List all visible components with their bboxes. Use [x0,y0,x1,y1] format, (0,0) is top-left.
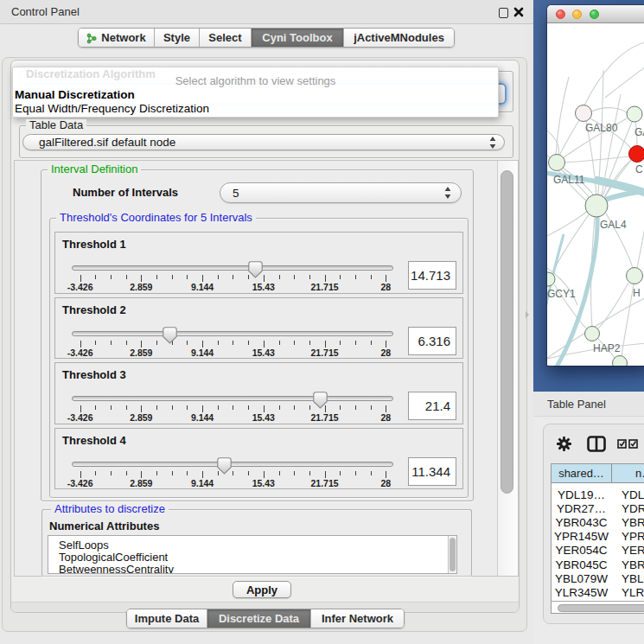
slider-minor-tick [309,405,310,410]
slider-minor-tick [95,471,96,475]
table-hscrollbar-thumb[interactable] [558,604,644,612]
threshold-value-field[interactable]: 6.316 [408,327,456,355]
table-row[interactable]: YDR27…YDR2 [552,502,611,515]
threshold-slider-track[interactable] [72,331,393,336]
threshold-slider-thumb[interactable] [248,261,263,278]
slider-minor-tick [126,405,127,410]
tab-infer-network[interactable]: Infer Network [311,609,404,628]
slider-major-tick [141,405,142,412]
attributes-list-scrollbar[interactable] [448,536,456,573]
slider-minor-tick [294,471,295,475]
attribute-list-item[interactable]: SelfLoops [59,539,456,552]
apply-button[interactable]: Apply [233,581,291,598]
interval-definition-group-title: Interval Definition [48,163,141,175]
table-row[interactable]: YER054CYER0 [552,544,611,557]
minimize-window-icon[interactable] [572,10,582,19]
network-edge [559,120,579,156]
checkbox-icon[interactable] [628,439,638,449]
threshold-slider-track[interactable] [72,462,393,467]
slider-major-tick [325,275,326,282]
slider-minor-tick [156,405,157,410]
column-header-shared-name[interactable]: shared… [552,464,612,483]
zoom-window-icon[interactable] [590,10,599,19]
slider-minor-tick [95,405,96,410]
float-window-icon[interactable] [499,8,508,18]
slider-minor-tick [95,275,96,279]
tab-network[interactable]: Network [79,29,155,47]
slider-minor-tick [187,275,188,279]
network-node-c[interactable] [629,146,644,163]
threshold-slider-thumb[interactable] [163,327,177,344]
network-node-gal11[interactable] [549,155,565,171]
slider-tick-label: 28 [380,478,391,488]
network-node-gal4[interactable] [585,194,608,217]
cell-shared-name: YER054C [552,544,611,557]
threshold-slider-thumb[interactable] [217,457,232,475]
slider-tick-label: 15.43 [252,412,275,423]
attributes-scrollbar-thumb[interactable] [450,538,456,571]
slider-minor-tick [172,405,173,410]
table-data-combobox[interactable]: galFiltered.sif default node [22,134,505,150]
combo-stepper-icon [444,187,451,199]
table-horizontal-scrollbar[interactable] [552,601,644,613]
threshold-value-field[interactable]: 14.713 [408,261,456,290]
slider-minor-tick [111,405,112,410]
network-edge [556,77,569,155]
slider-major-tick [386,405,386,412]
network-node-hap2[interactable] [585,327,600,341]
split-view-icon[interactable] [587,436,606,452]
table-row[interactable]: YPR145WYPR1 [552,530,611,543]
threshold-label: Threshold 4 [62,434,126,447]
tab-select[interactable]: Select [200,29,252,47]
slider-minor-tick [233,275,233,279]
settings-scrollbar-thumb[interactable] [501,170,513,494]
slider-major-tick [264,275,265,282]
attribute-list-item[interactable]: BetweennessCentrality [59,564,456,574]
table-row[interactable]: YDL19…YDL1 [552,488,611,501]
slider-major-tick [202,405,203,412]
table-row[interactable]: YBR043CYBR0 [552,516,611,529]
number-of-intervals-combobox[interactable]: 5 [220,182,462,203]
threshold-slider-track[interactable] [72,396,393,401]
network-window-titlebar[interactable] [547,5,644,23]
threshold-value-field[interactable]: 11.344 [408,457,456,486]
attribute-list-item[interactable]: TopologicalCoefficient [59,552,456,564]
slider-tick-label: 15.43 [252,282,275,292]
network-node-ga[interactable] [627,106,642,122]
tab-style[interactable]: Style [155,29,200,47]
tab-impute-data[interactable]: Impute Data [127,609,207,628]
network-canvas[interactable]: GAL80GACGAL11GAL4GCY1HHAP2 [547,24,644,366]
cell-name: YBR0 [622,516,644,529]
table-row[interactable]: YBR045CYBR0 [552,558,611,571]
network-edge-thick [605,191,644,200]
tab-jactivemnodules[interactable]: jActiveMNodules [344,29,454,47]
dropdown-item-equal-width[interactable]: Equal Width/Frequency Discretization [15,102,209,115]
checkbox-icon[interactable] [617,439,627,449]
network-node-h[interactable] [627,268,643,284]
table-row[interactable]: YLR345WYLR3 [552,586,611,599]
threshold-value-field[interactable]: 21.4 [408,392,456,420]
splitter-expand-icon[interactable] [526,311,529,318]
table-data-combobox-value: galFiltered.sif default node [39,136,175,149]
network-node-gal80[interactable] [576,105,592,122]
close-icon[interactable] [513,7,524,17]
slider-minor-tick [233,341,233,345]
network-edge [605,65,644,98]
threshold-slider-thumb[interactable] [313,392,328,409]
settings-vertical-scrollbar[interactable] [497,161,518,576]
slider-major-tick [141,471,142,478]
slider-minor-tick [218,341,219,345]
slider-tick-label: 21.715 [310,282,338,292]
dropdown-item-prompt[interactable]: Select algorithm to view settings [12,74,499,87]
table-row[interactable]: YBL079WYBL0 [552,572,611,585]
numerical-attributes-list[interactable]: SelfLoopsTopologicalCoefficientBetweenne… [48,535,457,574]
dropdown-item-manual-discretization[interactable]: Manual Discretization [15,88,135,101]
close-window-icon[interactable] [556,10,565,19]
gear-icon[interactable] [557,437,571,451]
threshold-slider-track[interactable] [72,265,393,271]
column-header-name[interactable]: n… [612,464,644,483]
panel-title: Control Panel [11,5,80,18]
tab-cyni-toolbox[interactable]: Cyni Toolbox [252,29,344,47]
slider-minor-tick [279,341,280,345]
tab-discretize-data[interactable]: Discretize Data [207,609,311,628]
